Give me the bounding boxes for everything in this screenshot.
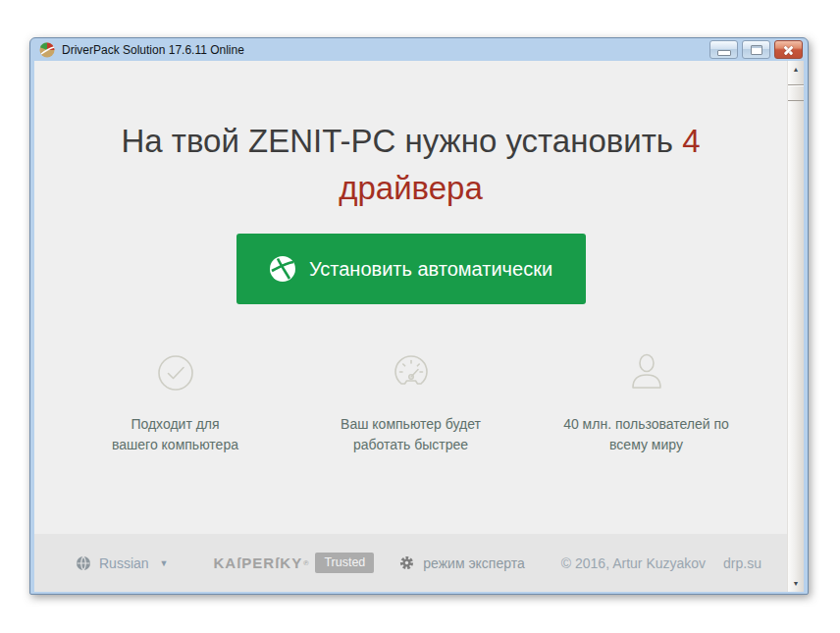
copyright-text: © 2016, Artur Kuzyakov xyxy=(561,555,706,571)
scroll-down-icon: ▼ xyxy=(793,580,800,587)
kaspersky-trusted: KAſPERſKY℗ Trusted xyxy=(214,553,375,573)
scroll-up-icon: ▲ xyxy=(793,66,800,73)
window-title: DriverPack Solution 17.6.11 Online xyxy=(62,43,244,57)
heading-driver-word: драйвера xyxy=(339,170,483,206)
vertical-scrollbar[interactable]: ▲ ▼ xyxy=(787,61,804,592)
check-circle-icon xyxy=(156,353,195,393)
feature-users: 40 млн. пользователей повсему миру xyxy=(529,347,764,455)
feature-label: Подходит длявашего компьютера xyxy=(58,414,293,455)
heading-prefix: На твой ZENIT-PC нужно установить xyxy=(121,123,682,159)
kaspersky-mark: ℗ xyxy=(303,559,308,566)
chevron-down-icon: ▼ xyxy=(160,558,169,568)
gear-icon xyxy=(399,555,414,570)
install-button-label: Установить автоматически xyxy=(309,258,552,281)
titlebar[interactable]: DriverPack Solution 17.6.11 Online xyxy=(30,38,808,61)
feature-label: 40 млн. пользователей повсему миру xyxy=(529,414,764,455)
language-selector[interactable]: Russian ▼ xyxy=(76,555,169,571)
language-label: Russian xyxy=(99,555,149,571)
close-button[interactable] xyxy=(774,40,803,59)
page-title: На твой ZENIT-PC нужно установить 4драйв… xyxy=(34,118,787,212)
driverpack-sphere-icon xyxy=(269,255,296,283)
globe-icon xyxy=(76,555,91,571)
footer-bar: Russian ▼ KAſPERſKY℗ Trusted режим экспе… xyxy=(34,534,787,592)
features-row: Подходит длявашего компьютера xyxy=(34,347,787,455)
maximize-icon xyxy=(751,45,762,55)
feature-label: Ваш компьютер будетработать быстрее xyxy=(293,414,529,455)
expert-mode-label: режим эксперта xyxy=(423,555,524,571)
maximize-button[interactable] xyxy=(742,40,770,59)
feature-compatible: Подходит длявашего компьютера xyxy=(58,347,293,455)
main-area: На твой ZENIT-PC нужно установить 4драйв… xyxy=(34,118,787,455)
install-automatically-button[interactable]: Установить автоматически xyxy=(236,234,586,304)
minimize-button[interactable] xyxy=(709,40,738,59)
window-controls xyxy=(709,40,803,59)
kaspersky-logo: KAſPERſKY xyxy=(214,554,303,571)
heading-driver-count: 4 xyxy=(682,123,700,159)
scroll-down-button[interactable]: ▼ xyxy=(788,575,804,592)
close-icon xyxy=(782,43,795,56)
user-icon xyxy=(625,350,668,396)
driverpack-window: DriverPack Solution 17.6.11 Online На тв… xyxy=(29,37,809,595)
scrollbar-thumb[interactable] xyxy=(788,84,804,101)
speedometer-icon xyxy=(391,352,432,394)
expert-mode-link[interactable]: режим эксперта xyxy=(399,555,524,571)
trusted-badge: Trusted xyxy=(315,553,374,573)
window-body: На твой ZENIT-PC нужно установить 4драйв… xyxy=(34,61,804,592)
minimize-icon xyxy=(717,50,731,56)
driverpack-logo-icon xyxy=(39,42,55,58)
scroll-up-button[interactable]: ▲ xyxy=(788,61,804,78)
feature-faster: Ваш компьютер будетработать быстрее xyxy=(293,347,529,455)
drp-su-link[interactable]: drp.su xyxy=(723,555,761,571)
